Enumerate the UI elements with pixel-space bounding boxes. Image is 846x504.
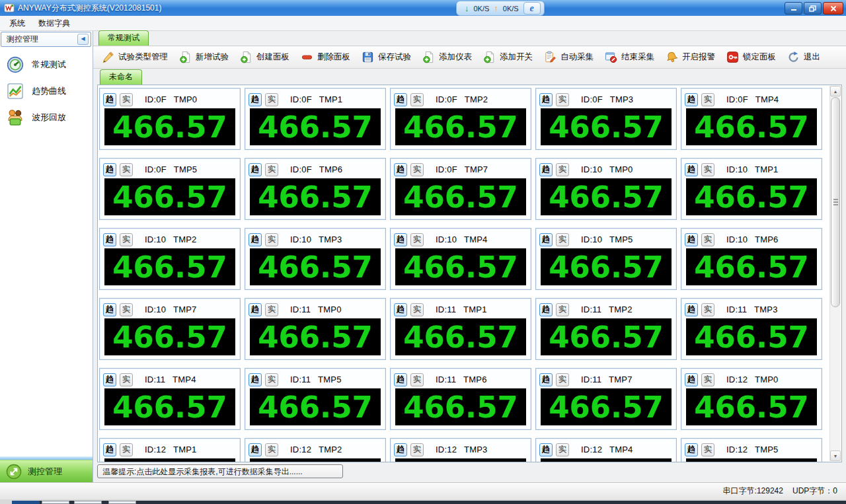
realtime-button[interactable]: 实	[410, 443, 424, 456]
meter-panel[interactable]: 趋 实 ID:10 TMP1 466.57	[681, 158, 822, 220]
close-button[interactable]	[823, 2, 843, 15]
trend-button[interactable]: 趋	[539, 163, 553, 176]
trend-button[interactable]: 趋	[539, 373, 553, 386]
sidebar-item[interactable]: 常规测试	[0, 52, 92, 77]
realtime-button[interactable]: 实	[410, 233, 424, 246]
trend-button[interactable]: 趋	[394, 443, 407, 456]
realtime-button[interactable]: 实	[265, 93, 278, 106]
meter-panel[interactable]: 趋 实 ID:11 TMP5 466.57	[245, 368, 386, 430]
network-speed-widget[interactable]: ↓ 0K/S ↑ 0K/S e	[456, 1, 545, 16]
collapse-sidebar-button[interactable]: ◀	[77, 34, 89, 45]
trend-button[interactable]: 趋	[249, 443, 262, 456]
realtime-button[interactable]: 实	[556, 233, 569, 246]
meter-panel[interactable]: 趋 实 ID:10 TMP5 466.57	[535, 228, 677, 290]
meter-panel[interactable]: 趋 实 ID:11 TMP0 466.57	[245, 298, 386, 360]
tab-regular-test[interactable]: 常规测试	[98, 30, 149, 46]
sidebar-item[interactable]: 趋势曲线	[0, 79, 92, 104]
meter-panel[interactable]: 趋 实 ID:12 TMP1 466.57	[99, 438, 241, 462]
meter-panel[interactable]: 趋 实 ID:0F TMP2 466.57	[390, 88, 531, 150]
meter-panel[interactable]: 趋 实 ID:12 TMP0 466.57	[681, 368, 822, 430]
realtime-button[interactable]: 实	[265, 163, 278, 176]
realtime-button[interactable]: 实	[556, 443, 569, 456]
realtime-button[interactable]: 实	[120, 93, 133, 106]
meter-panel[interactable]: 趋 实 ID:12 TMP4 466.57	[535, 438, 677, 462]
toolbar-button[interactable]: 自动采集	[544, 51, 594, 63]
meter-panel[interactable]: 趋 实 ID:10 TMP7 466.57	[99, 298, 241, 360]
trend-button[interactable]: 趋	[394, 93, 407, 106]
toolbar-button[interactable]: 结束采集	[605, 51, 654, 63]
realtime-button[interactable]: 实	[701, 373, 714, 386]
trend-button[interactable]: 趋	[685, 93, 698, 106]
meter-panel[interactable]: 趋 实 ID:10 TMP4 466.57	[390, 228, 531, 290]
toolbar-button[interactable]: 创建面板	[240, 51, 289, 63]
meter-panel[interactable]: 趋 实 ID:0F TMP0 466.57	[99, 88, 241, 150]
realtime-button[interactable]: 实	[410, 303, 424, 316]
realtime-button[interactable]: 实	[701, 233, 714, 246]
collection-report-tip[interactable]: 温馨提示:点击此处显示采集报表,可进行数据采集导出......	[97, 464, 343, 478]
trend-button[interactable]: 趋	[685, 443, 698, 456]
meter-panel[interactable]: 趋 实 ID:11 TMP3 466.57	[681, 298, 822, 360]
trend-button[interactable]: 趋	[103, 233, 116, 246]
realtime-button[interactable]: 实	[556, 373, 569, 386]
trend-button[interactable]: 趋	[394, 233, 407, 246]
realtime-button[interactable]: 实	[556, 163, 569, 176]
toolbar-button[interactable]: 锁定面板	[726, 51, 776, 63]
trend-button[interactable]: 趋	[103, 373, 116, 386]
trend-button[interactable]: 趋	[539, 93, 553, 106]
realtime-button[interactable]: 实	[701, 163, 714, 176]
tab-unnamed-panel[interactable]: 未命名	[100, 69, 142, 85]
trend-button[interactable]: 趋	[249, 163, 262, 176]
toolbar-button[interactable]: 试验类型管理	[102, 51, 168, 63]
meter-panel[interactable]: 趋 实 ID:11 TMP4 466.57	[99, 368, 241, 430]
meter-panel[interactable]: 趋 实 ID:0F TMP7 466.57	[390, 158, 531, 220]
trend-button[interactable]: 趋	[249, 373, 262, 386]
trend-button[interactable]: 趋	[249, 303, 262, 316]
menu-item[interactable]: 系统	[3, 16, 32, 30]
scroll-up-icon[interactable]: ▲	[830, 86, 841, 96]
realtime-button[interactable]: 实	[556, 303, 569, 316]
trend-button[interactable]: 趋	[394, 163, 407, 176]
realtime-button[interactable]: 实	[265, 443, 278, 456]
meter-panel[interactable]: 趋 实 ID:10 TMP6 466.57	[681, 228, 822, 290]
meter-panel[interactable]: 趋 实 ID:0F TMP3 466.57	[535, 88, 677, 150]
realtime-button[interactable]: 实	[410, 373, 424, 386]
toolbar-button[interactable]: 添加仪表	[422, 51, 472, 63]
meter-panel[interactable]: 趋 实 ID:11 TMP7 466.57	[535, 368, 677, 430]
meter-panel[interactable]: 趋 实 ID:0F TMP4 466.57	[681, 88, 822, 150]
toolbar-button[interactable]: 退出	[787, 51, 820, 63]
trend-button[interactable]: 趋	[685, 373, 698, 386]
trend-button[interactable]: 趋	[103, 163, 116, 176]
meter-panel[interactable]: 趋 实 ID:10 TMP2 466.57	[99, 228, 241, 290]
trend-button[interactable]: 趋	[394, 373, 407, 386]
realtime-button[interactable]: 实	[120, 373, 133, 386]
browser-icon[interactable]: e	[523, 2, 541, 15]
menu-item[interactable]: 数据字典	[32, 16, 77, 30]
meter-panel[interactable]: 趋 实 ID:12 TMP5 466.57	[681, 438, 822, 462]
trend-button[interactable]: 趋	[539, 443, 553, 456]
realtime-button[interactable]: 实	[265, 233, 278, 246]
meter-panel[interactable]: 趋 实 ID:0F TMP5 466.57	[99, 158, 241, 220]
trend-button[interactable]: 趋	[103, 303, 116, 316]
trend-button[interactable]: 趋	[249, 233, 262, 246]
meter-panel[interactable]: 趋 实 ID:11 TMP6 466.57	[390, 368, 531, 430]
trend-button[interactable]: 趋	[539, 233, 553, 246]
trend-button[interactable]: 趋	[685, 163, 698, 176]
meter-panel[interactable]: 趋 实 ID:0F TMP6 466.57	[245, 158, 386, 220]
realtime-button[interactable]: 实	[701, 443, 714, 456]
trend-button[interactable]: 趋	[394, 303, 407, 316]
meter-panel[interactable]: 趋 实 ID:12 TMP2 466.57	[245, 438, 386, 462]
restore-button[interactable]	[804, 2, 822, 15]
trend-button[interactable]: 趋	[539, 303, 553, 316]
minimize-button[interactable]	[785, 2, 802, 15]
trend-button[interactable]: 趋	[249, 93, 262, 106]
scrollbar-thumb[interactable]	[831, 97, 840, 307]
realtime-button[interactable]: 实	[701, 93, 714, 106]
realtime-button[interactable]: 实	[120, 163, 133, 176]
toolbar-button[interactable]: 新增试验	[179, 51, 229, 63]
meter-panel[interactable]: 趋 实 ID:11 TMP1 466.57	[390, 298, 531, 360]
sidebar-item[interactable]: 波形回放	[0, 105, 92, 130]
realtime-button[interactable]: 实	[410, 93, 424, 106]
meter-panel[interactable]: 趋 实 ID:11 TMP2 466.57	[535, 298, 677, 360]
toolbar-button[interactable]: 删除面板	[301, 51, 350, 63]
vertical-scrollbar[interactable]: ▲ ▼	[829, 86, 841, 461]
